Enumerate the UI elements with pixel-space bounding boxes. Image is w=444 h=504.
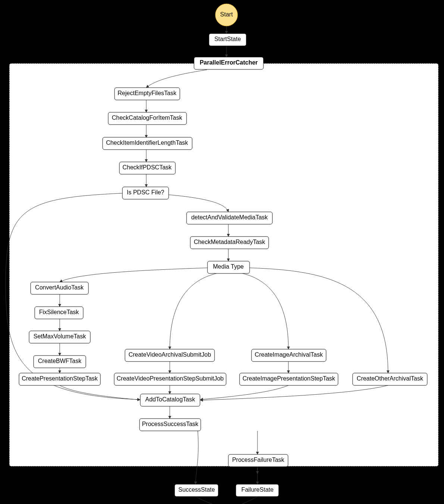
check-if-pdsc-label: CheckIfPDSCTask [122, 164, 172, 170]
process-success-label: ProcessSuccessTask [142, 421, 198, 427]
create-image-archival-label: CreateImageArchivalTask [255, 351, 323, 358]
create-image-presentation-label: CreateImagePresentationStepTask [243, 375, 335, 382]
process-failure-label: ProcessFailureTask [232, 457, 285, 463]
success-state-label: SuccessState [178, 486, 215, 493]
reject-empty-files-label: RejectEmptyFilesTask [118, 90, 176, 96]
set-max-volume-label: SetMaxVolumeTask [34, 333, 87, 339]
is-pdsc-file-label: Is PDSC File? [127, 189, 165, 195]
check-item-id-length-label: CheckItemIdentifierLengthTask [106, 140, 188, 146]
start-label: Start [220, 11, 233, 18]
create-other-archival-label: CreateOtherArchivalTask [357, 375, 423, 382]
edge [196, 497, 222, 504]
flowchart-diagram: Start StartState ParallelErrorCatcher Re… [0, 0, 444, 504]
detect-validate-media-label: detectAndValidateMediaTask [191, 214, 268, 220]
edge [232, 497, 257, 504]
add-to-catalog-label: AddToCatalogTask [145, 396, 195, 403]
start-state-label: StartState [214, 36, 241, 42]
fix-silence-label: FixSilenceTask [39, 309, 79, 315]
check-catalog-label: CheckCatalogForItemTask [112, 115, 183, 121]
parallel-error-catcher-label: ParallelErrorCatcher [200, 59, 258, 66]
convert-audio-label: ConvertAudioTask [35, 284, 84, 291]
failure-state-label: FailureState [241, 486, 273, 493]
check-metadata-ready-label: CheckMetadataReadyTask [194, 239, 265, 245]
create-video-archival-label: CreateVideoArchivalSubmitJob [128, 351, 211, 358]
media-type-label: Media Type [213, 263, 244, 270]
create-bwf-label: CreateBWFTask [38, 358, 82, 364]
create-presentation-step-label: CreatePresentationStepTask [22, 375, 98, 382]
create-video-presentation-label: CreateVideoPresentationStepSubmitJob [117, 375, 224, 382]
